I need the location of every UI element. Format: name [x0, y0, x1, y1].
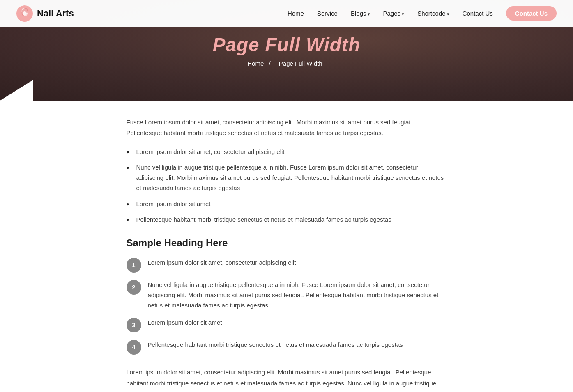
numbered-list-item: 2 Nunc vel ligula in augue tristique pel…	[127, 280, 447, 310]
numbered-list-item: 3 Lorem ipsum dolor sit amet	[127, 318, 447, 332]
nav-cta-button[interactable]: Contact Us	[506, 6, 557, 21]
nav-cta-item[interactable]: Contact Us	[506, 6, 557, 21]
numbered-item-text-2: Nunc vel ligula in augue tristique pelle…	[148, 280, 447, 310]
bullet-list: Lorem ipsum dolor sit amet, consectetur …	[127, 147, 447, 225]
page-title: Page Full Width	[213, 34, 361, 56]
nav-link-service[interactable]: Service	[317, 10, 338, 17]
breadcrumb-separator: /	[269, 60, 270, 67]
breadcrumb-home[interactable]: Home	[247, 60, 264, 67]
intro-paragraph: Fusce Lorem ipsum dolor sit amet, consec…	[127, 117, 447, 139]
main-content: Fusce Lorem ipsum dolor sit amet, consec…	[118, 101, 455, 392]
list-item: Lorem ipsum dolor sit amet, consectetur …	[127, 147, 447, 157]
svg-point-3	[23, 11, 27, 16]
logo-icon	[16, 5, 33, 22]
list-item: Lorem ipsum dolor sit amet	[127, 199, 447, 209]
list-item: Nunc vel ligula in augue tristique pelle…	[127, 163, 447, 193]
section-heading: Sample Heading Here	[127, 237, 447, 249]
brand-logo[interactable]: Nail Arts	[16, 5, 74, 22]
numbered-list: 1 Lorem ipsum dolor sit amet, consectetu…	[127, 258, 447, 355]
nav-link-pages[interactable]: Pages	[383, 10, 405, 17]
nav-item-shortcode[interactable]: Shortcode	[417, 10, 449, 17]
numbered-item-text-3: Lorem ipsum dolor sit amet	[148, 318, 222, 328]
number-badge-2: 2	[127, 280, 141, 295]
nav-item-home[interactable]: Home	[288, 10, 304, 17]
nav-link-shortcode[interactable]: Shortcode	[417, 10, 449, 17]
number-badge-3: 3	[127, 318, 141, 332]
nav-item-service[interactable]: Service	[317, 10, 338, 17]
nav-link-blogs[interactable]: Blogs	[351, 10, 370, 17]
numbered-item-text-1: Lorem ipsum dolor sit amet, consectetur …	[148, 258, 296, 268]
breadcrumb-current: Page Full Width	[279, 60, 322, 67]
numbered-item-text-4: Pellentesque habitant morbi tristique se…	[148, 340, 403, 350]
list-item: Pellentesque habitant morbi tristique se…	[127, 215, 447, 225]
nav-item-blogs[interactable]: Blogs	[351, 10, 370, 17]
nav-link-contact[interactable]: Contact Us	[463, 10, 493, 17]
navbar: Nail Arts Home Service Blogs Pages Short…	[0, 0, 573, 27]
numbered-list-item: 1 Lorem ipsum dolor sit amet, consectetu…	[127, 258, 447, 273]
body-paragraph-1: Lorem ipsum dolor sit amet, consectetur …	[127, 367, 447, 392]
numbered-list-item: 4 Pellentesque habitant morbi tristique …	[127, 340, 447, 355]
breadcrumb: Home / Page Full Width	[213, 60, 361, 67]
number-badge-4: 4	[127, 340, 141, 355]
number-badge-1: 1	[127, 258, 141, 273]
nav-item-pages[interactable]: Pages	[383, 10, 405, 17]
nav-item-contact[interactable]: Contact Us	[463, 10, 493, 17]
nav-link-home[interactable]: Home	[288, 10, 304, 17]
nav-links: Home Service Blogs Pages Shortcode Conta…	[288, 6, 557, 21]
hero-content: Page Full Width Home / Page Full Width	[213, 34, 361, 67]
brand-name: Nail Arts	[37, 8, 74, 19]
